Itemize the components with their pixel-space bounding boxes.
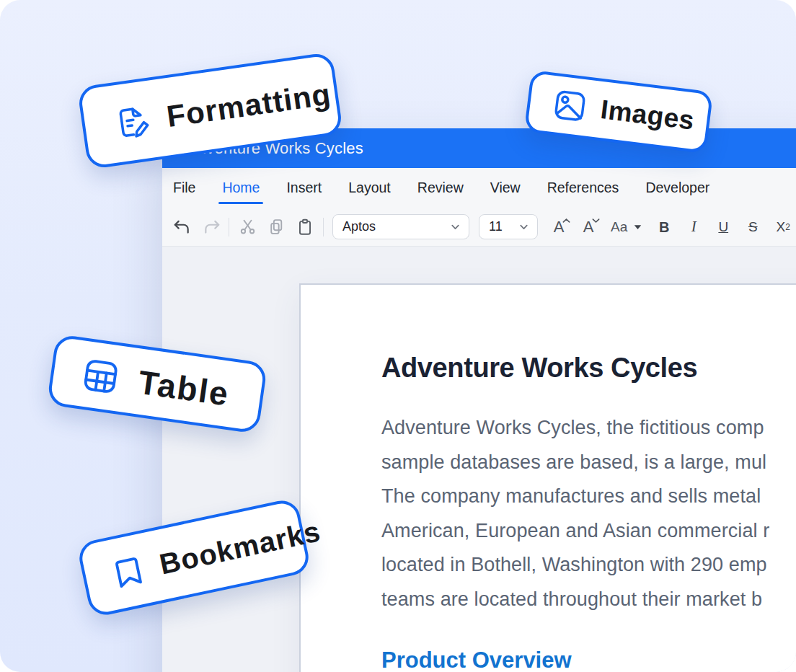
document-page[interactable]: Adventure Works Cycles Adventure Works C… — [299, 283, 796, 672]
caret-up-icon — [562, 218, 570, 224]
font-size-value: 11 — [489, 219, 503, 234]
menu-item-home[interactable]: Home — [221, 168, 261, 208]
menu-bar: File Home Insert Layout Review View Refe… — [162, 168, 796, 208]
paragraph-line: located in Bothell, Washington with 290 … — [381, 548, 796, 583]
dropdown-triangle-icon — [634, 224, 642, 230]
undo-icon — [172, 218, 191, 236]
badge-label: Formatting — [164, 76, 333, 133]
shrink-font-button[interactable]: A — [576, 214, 601, 240]
bookmark-icon — [109, 552, 149, 592]
grow-font-button[interactable]: A — [547, 214, 571, 240]
underline-button[interactable]: U — [712, 214, 734, 240]
paragraph-line: teams are located throughout their marke… — [381, 583, 796, 617]
menu-item-review[interactable]: Review — [416, 168, 465, 208]
menu-item-insert[interactable]: Insert — [285, 168, 323, 208]
font-size-select[interactable]: 11 — [479, 214, 538, 239]
badge-label: Bookmarks — [156, 515, 323, 580]
menu-item-file[interactable]: File — [172, 168, 197, 208]
undo-button[interactable] — [171, 214, 193, 240]
toolbar-divider — [229, 218, 229, 236]
badge-label: Table — [136, 362, 231, 413]
section-heading: Product Overview — [381, 647, 796, 672]
toolbar-divider — [323, 218, 324, 236]
paragraph-line: The company manufactures and sells metal — [381, 479, 796, 514]
italic-button[interactable]: I — [683, 214, 704, 240]
menu-item-references[interactable]: References — [546, 168, 621, 208]
redo-button[interactable] — [201, 214, 223, 240]
table-grid-icon — [79, 354, 123, 398]
menu-item-developer[interactable]: Developer — [644, 168, 711, 208]
paragraph-line: American, European and Asian commercial … — [381, 514, 796, 549]
badge-label: Images — [599, 94, 696, 136]
chevron-down-icon — [449, 221, 461, 233]
menu-item-view[interactable]: View — [489, 168, 522, 208]
document-paragraph: Adventure Works Cycles, the fictitious c… — [381, 411, 796, 617]
document-content: Adventure Works Cycles Adventure Works C… — [301, 285, 796, 672]
superscript-button[interactable]: X2 — [770, 214, 796, 240]
clipboard-icon — [296, 218, 314, 236]
document-edit-icon — [112, 102, 152, 142]
document-heading: Adventure Works Cycles — [381, 351, 796, 384]
document-canvas: Adventure Works Cycles Adventure Works C… — [162, 247, 796, 672]
formatting-toolbar: Aptos 11 A A Aa B I — [162, 208, 796, 247]
font-family-value: Aptos — [342, 219, 376, 234]
hero-illustration: Adventure Works Cycles File Home Insert … — [0, 0, 796, 672]
paragraph-line: Adventure Works Cycles, the fictitious c… — [381, 411, 796, 446]
change-case-button[interactable]: Aa — [611, 214, 642, 240]
paste-button[interactable] — [294, 214, 316, 240]
cut-button[interactable] — [236, 214, 258, 240]
copy-icon — [267, 218, 286, 236]
chevron-down-icon — [518, 221, 530, 233]
strikethrough-button[interactable]: S — [742, 214, 764, 240]
menu-item-layout[interactable]: Layout — [347, 168, 392, 208]
bold-button[interactable]: B — [653, 214, 675, 240]
scissors-icon — [239, 218, 257, 236]
paragraph-line: sample databases are based, is a large, … — [381, 446, 796, 480]
image-icon — [552, 87, 588, 124]
copy-button[interactable] — [265, 214, 287, 240]
redo-icon — [203, 218, 221, 236]
font-family-select[interactable]: Aptos — [332, 214, 469, 239]
caret-down-icon — [592, 218, 600, 224]
